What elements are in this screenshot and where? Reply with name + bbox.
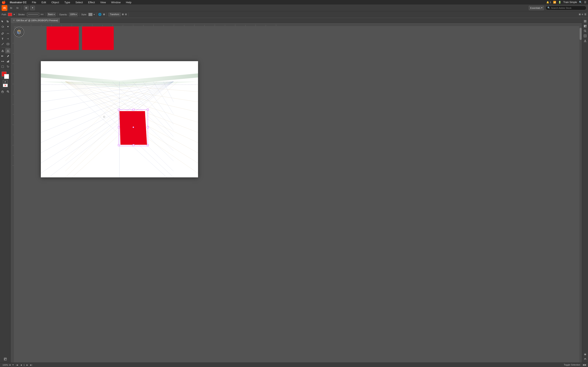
brush-button[interactable]: ✦: [30, 6, 35, 10]
arrange-button[interactable]: ⊞: [24, 6, 29, 10]
tool-row-lasso: [0, 24, 11, 29]
divider-3: [57, 13, 58, 16]
svg-rect-64: [11, 23, 14, 184]
perspective-grid-tool[interactable]: [0, 48, 5, 53]
tool-row-line: [0, 42, 11, 47]
blend-tool[interactable]: [0, 59, 5, 64]
hand-tool[interactable]: [0, 89, 5, 94]
artboard-tool[interactable]: [0, 64, 5, 69]
transform-button[interactable]: Transform: [108, 13, 121, 16]
slice-tool[interactable]: [5, 64, 11, 69]
select-menu[interactable]: Select: [74, 0, 84, 4]
stroke-fill-buttons: ⇄ ✕: [3, 80, 8, 87]
opacity-control[interactable]: 100% ▾: [69, 13, 78, 16]
window-menu[interactable]: Window: [110, 0, 122, 4]
globe-icon[interactable]: 🌐: [98, 13, 102, 16]
red-rectangle-2[interactable]: [82, 26, 114, 50]
tab-close-icon[interactable]: ✕: [13, 19, 15, 22]
svg-marker-125: [120, 111, 147, 145]
zoom-tool[interactable]: [5, 89, 11, 94]
document-tab[interactable]: ✕ Gift Box.ai* @ 100% (RGB/GPU Preview): [11, 18, 60, 23]
pen-tool[interactable]: [0, 31, 5, 36]
swap-colors-icon[interactable]: ⇄: [3, 80, 8, 83]
effect-menu[interactable]: Effect: [87, 0, 96, 4]
canvas-svg: [41, 61, 198, 177]
svg-rect-3: [7, 43, 9, 45]
menu-bar: 🍎 Illustrator CC File Edit Object Type S…: [0, 0, 294, 4]
tools-sep-1: [1, 30, 9, 30]
ai-logo[interactable]: Ai: [2, 5, 7, 11]
help-menu[interactable]: Help: [125, 0, 133, 4]
apple-menu[interactable]: 🍎: [2, 0, 6, 4]
tool-row-gradient: [0, 53, 11, 59]
lasso-tool[interactable]: [0, 24, 5, 29]
artboard-content: [41, 61, 198, 177]
tool-row-artboard: [0, 64, 11, 69]
stroke-options[interactable]: ⬆⬇: [40, 13, 44, 16]
gradient-tool[interactable]: [0, 53, 5, 59]
svg-rect-12: [7, 61, 8, 62]
vertical-type-tool[interactable]: T: [5, 36, 11, 42]
svg-rect-131: [147, 126, 149, 128]
svg-rect-36: [11, 23, 294, 26]
svg-rect-134: [147, 144, 149, 146]
tool-row-selection: [0, 19, 11, 24]
direct-selection-tool[interactable]: [5, 19, 11, 24]
edit-menu[interactable]: Edit: [40, 0, 47, 4]
svg-point-9: [1, 61, 2, 62]
svg-line-17: [8, 92, 9, 92]
tools-sep-2: [1, 47, 9, 48]
fill-options[interactable]: ▾: [13, 13, 15, 16]
svg-rect-128: [133, 109, 134, 110]
svg-point-10: [3, 61, 4, 62]
stock-icon[interactable]: St: [15, 6, 20, 10]
left-tool-panel: T T: [0, 18, 11, 184]
style-box[interactable]: [88, 13, 93, 16]
svg-rect-8: [1, 55, 4, 57]
perspective-widget[interactable]: [14, 27, 24, 37]
color-swatch-area: ⬛: [1, 72, 10, 79]
align-icon[interactable]: ⊟: [125, 13, 127, 16]
svg-point-135: [133, 127, 134, 128]
bridge-icon[interactable]: Br: [9, 6, 13, 10]
line-tool[interactable]: [0, 42, 5, 47]
type-menu[interactable]: Type: [63, 0, 71, 4]
canvas-area[interactable]: [11, 23, 294, 184]
svg-rect-13: [8, 61, 8, 62]
svg-rect-14: [9, 60, 9, 62]
stroke-type-dropdown[interactable]: Basic ▾: [47, 13, 56, 16]
toolbar-sep-1: [22, 6, 22, 10]
stroke-preview[interactable]: [27, 13, 39, 16]
divider-1: [16, 13, 17, 16]
stroke-line: [28, 14, 38, 15]
tool-row-type: T T: [0, 36, 11, 42]
color-reset[interactable]: ⬛: [1, 77, 3, 79]
svg-point-1: [2, 34, 2, 34]
tab-title: Gift Box.ai* @ 100% (RGB/GPU Preview): [16, 19, 58, 22]
magic-wand-tool[interactable]: [5, 24, 11, 29]
type-tool[interactable]: T: [0, 36, 5, 42]
chart-tool[interactable]: [5, 59, 11, 64]
transform-options-icon[interactable]: ⊞: [122, 13, 124, 16]
perspective-selection-tool[interactable]: [5, 48, 11, 53]
red-rectangle-1[interactable]: [47, 26, 79, 50]
view-menu[interactable]: View: [99, 0, 107, 4]
object-menu[interactable]: Object: [50, 0, 61, 4]
svg-rect-15: [2, 66, 4, 68]
none-icon[interactable]: ✕: [3, 84, 8, 87]
eyedropper-tool[interactable]: [5, 53, 11, 59]
file-menu[interactable]: File: [31, 0, 37, 4]
rectangle-tool[interactable]: [5, 42, 11, 47]
background-color[interactable]: [4, 74, 9, 79]
grid-icon[interactable]: ⊞: [103, 13, 105, 16]
curvature-tool[interactable]: [5, 31, 11, 36]
svg-rect-129: [147, 109, 149, 110]
tool-row-blend: [0, 59, 11, 64]
artboard[interactable]: [41, 61, 198, 177]
tools-sep-3: [1, 70, 9, 70]
app-name-menu[interactable]: Illustrator CC: [9, 0, 28, 4]
fill-color-box[interactable]: [8, 13, 12, 16]
style-dropdown[interactable]: ▾: [94, 13, 95, 16]
opacity-label: Opacity:: [59, 13, 67, 16]
selection-tool[interactable]: [0, 19, 5, 24]
